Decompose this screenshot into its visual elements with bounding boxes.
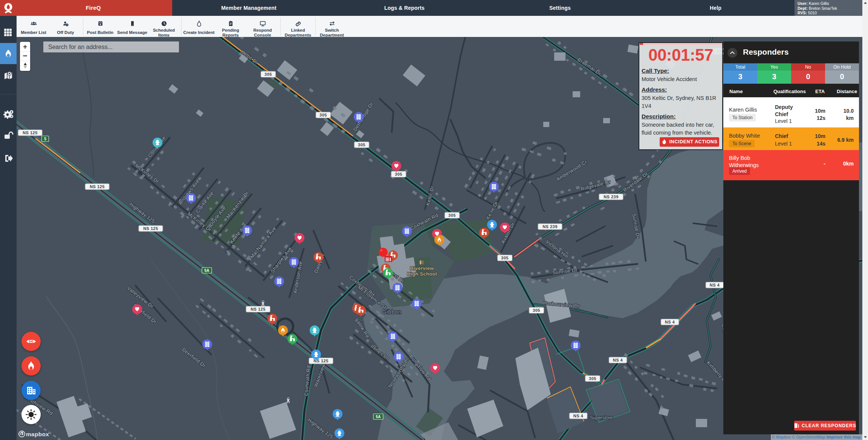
svg-text:NS 125: NS 125: [143, 226, 158, 231]
svg-text:NS 4: NS 4: [665, 320, 675, 324]
svg-text:305: 305: [264, 72, 272, 77]
svg-text:305: 305: [501, 256, 509, 260]
svg-text:NS 239: NS 239: [542, 224, 558, 229]
svg-text:305: 305: [395, 172, 402, 176]
svg-text:305: 305: [533, 308, 540, 313]
svg-text:5A: 5A: [205, 268, 209, 273]
svg-text:NS 125: NS 125: [90, 184, 105, 189]
svg-text:5: 5: [44, 137, 46, 141]
svg-text:NS 4: NS 4: [710, 283, 720, 287]
svg-text:305: 305: [319, 113, 327, 117]
svg-text:Superstore: Superstore: [590, 415, 613, 420]
svg-text:High School: High School: [407, 271, 437, 277]
svg-text:NS 4: NS 4: [613, 358, 623, 362]
svg-text:Riverview: Riverview: [410, 265, 434, 271]
svg-text:305: 305: [448, 213, 456, 218]
svg-text:NS 125: NS 125: [23, 130, 38, 135]
svg-text:Gibbon: Gibbon: [382, 309, 401, 315]
svg-text:NS 239: NS 239: [604, 195, 619, 199]
svg-text:305: 305: [589, 376, 596, 381]
svg-text:NS 125: NS 125: [251, 307, 266, 311]
svg-text:NS 4: NS 4: [573, 414, 584, 418]
svg-text:5A: 5A: [376, 415, 381, 419]
svg-text:mapbox: mapbox: [26, 431, 49, 437]
svg-text:305: 305: [358, 143, 365, 147]
